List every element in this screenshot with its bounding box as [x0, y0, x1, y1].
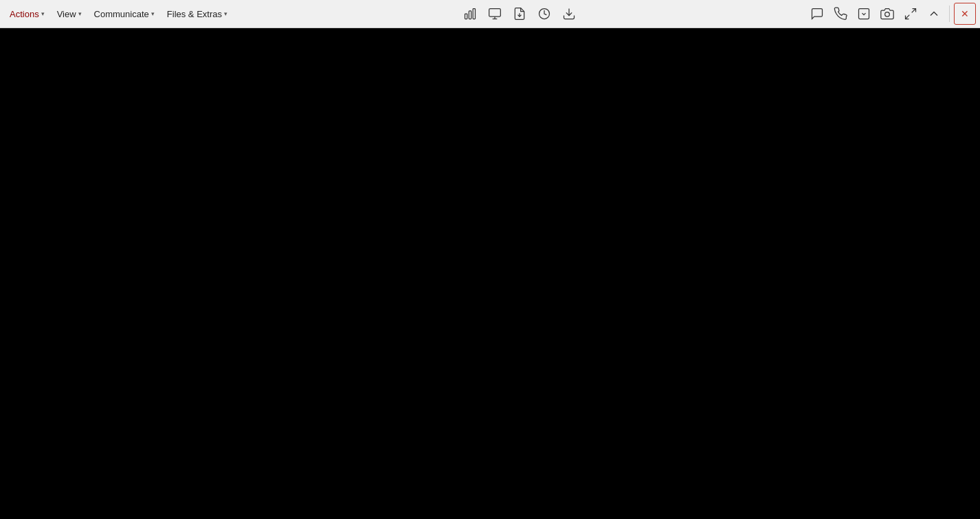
display-icon	[488, 7, 502, 21]
svg-rect-3	[489, 9, 501, 17]
download-button[interactable]	[558, 3, 580, 24]
svg-rect-9	[858, 9, 869, 19]
svg-line-11	[912, 9, 916, 13]
svg-point-10	[885, 12, 890, 17]
svg-rect-2	[473, 9, 475, 19]
phone-icon	[834, 7, 847, 21]
communicate-chevron: ▾	[151, 10, 155, 17]
toolbar-right: ✕	[806, 3, 976, 25]
file-transfer-button[interactable]	[509, 3, 531, 24]
file-transfer-icon	[513, 7, 526, 21]
chat-button[interactable]	[806, 3, 828, 24]
menu-files-extras[interactable]: Files & Extras ▾	[162, 6, 233, 22]
svg-rect-0	[465, 14, 467, 19]
communicate-label: Communicate	[94, 9, 149, 19]
session-info-icon	[537, 7, 551, 21]
menu-communicate[interactable]: Communicate ▾	[89, 6, 160, 22]
download-icon	[562, 7, 576, 21]
chevron-up-icon	[927, 7, 941, 21]
chevron-up-button[interactable]	[923, 3, 945, 24]
display-button[interactable]	[484, 3, 506, 24]
screenshot-icon	[880, 7, 894, 21]
screenshot-button[interactable]	[876, 3, 898, 24]
stats-icon	[463, 7, 477, 21]
remote-control-button[interactable]	[853, 3, 875, 24]
menu-view[interactable]: View ▾	[52, 6, 87, 22]
svg-line-12	[905, 15, 909, 19]
svg-rect-1	[469, 11, 471, 19]
toolbar-left: Actions ▾ View ▾ Communicate ▾ Files & E…	[4, 6, 233, 22]
session-info-button[interactable]	[533, 3, 555, 24]
actions-label: Actions	[10, 9, 39, 19]
view-chevron: ▾	[78, 10, 82, 17]
remote-control-icon	[857, 7, 871, 21]
toolbar-separator	[949, 5, 950, 22]
close-icon: ✕	[961, 8, 969, 19]
files-extras-chevron: ▾	[224, 10, 227, 17]
fullscreen-button[interactable]	[900, 3, 922, 24]
chat-icon	[810, 7, 824, 21]
phone-button[interactable]	[829, 3, 851, 24]
toolbar-center	[459, 3, 580, 24]
menu-actions[interactable]: Actions ▾	[4, 6, 50, 22]
main-content	[0, 28, 980, 519]
toolbar: Actions ▾ View ▾ Communicate ▾ Files & E…	[0, 0, 980, 28]
fullscreen-icon	[904, 7, 917, 21]
actions-chevron: ▾	[41, 10, 45, 17]
close-button[interactable]: ✕	[954, 3, 976, 25]
stats-button[interactable]	[459, 3, 481, 24]
view-label: View	[57, 9, 76, 19]
files-extras-label: Files & Extras	[167, 9, 222, 19]
